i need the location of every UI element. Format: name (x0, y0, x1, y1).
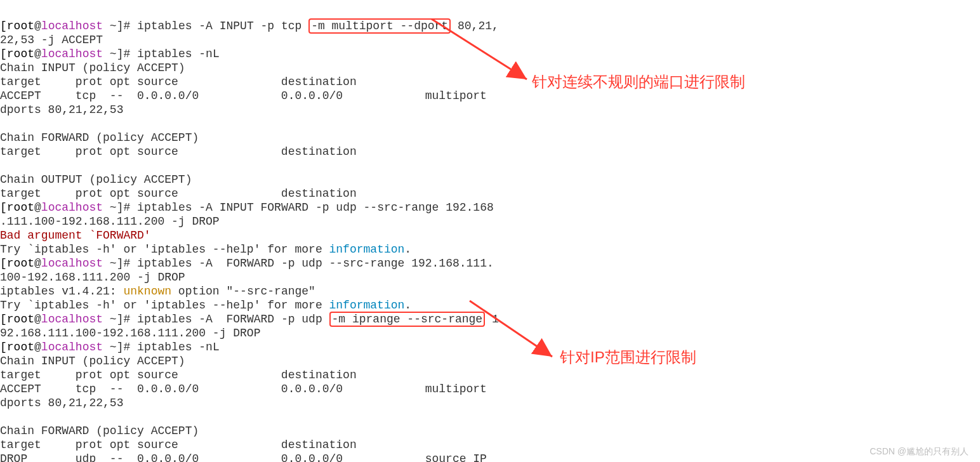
annotation-2: 针对IP范围进行限制 (560, 350, 696, 364)
arrow-2 (0, 0, 980, 462)
svg-line-1 (470, 301, 552, 357)
watermark: CSDN @尴尬的只有别人 (870, 444, 969, 458)
